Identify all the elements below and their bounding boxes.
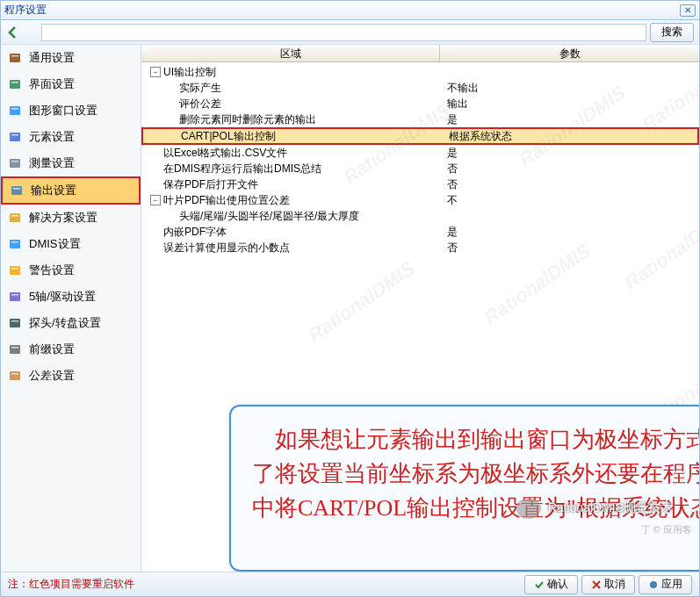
check-icon — [534, 579, 545, 590]
column-param: 参数 — [440, 45, 699, 61]
svg-rect-19 — [11, 294, 18, 296]
sidebar-item[interactable]: 界面设置 — [1, 71, 141, 97]
apply-icon — [648, 579, 659, 590]
tree-value: 否 — [440, 177, 699, 192]
sidebar-item-label: DMIS设置 — [29, 236, 81, 252]
sidebar-icon — [8, 211, 22, 225]
svg-rect-8 — [10, 159, 20, 168]
footer-note: 注：红色项目需要重启软件 — [8, 577, 521, 592]
sidebar-item[interactable]: 测量设置 — [1, 150, 141, 176]
svg-rect-12 — [10, 213, 20, 222]
sidebar-icon — [10, 183, 24, 198]
sidebar-item[interactable]: 图形窗口设置 — [1, 97, 141, 124]
table-header: 区域 参数 — [141, 45, 699, 62]
window-title: 程序设置 — [4, 3, 680, 18]
settings-dialog: 程序设置 ✕ 搜索 通用设置界面设置图形窗口设置元素设置测量设置输出设置解决方案… — [0, 0, 700, 597]
sidebar-item-label: 测量设置 — [29, 155, 75, 171]
tree-row[interactable]: 在DMIS程序运行后输出DMIS总结否 — [141, 161, 699, 176]
search-input[interactable] — [41, 24, 646, 41]
x-icon — [591, 579, 602, 590]
tree-row[interactable]: 保存PDF后打开文件否 — [141, 176, 699, 192]
sidebar-icon — [8, 156, 22, 170]
sidebar-item[interactable]: 元素设置 — [1, 124, 141, 150]
svg-rect-22 — [10, 345, 20, 354]
close-button[interactable]: ✕ — [680, 4, 696, 17]
sidebar-item-label: 探头/转盘设置 — [29, 315, 101, 331]
svg-rect-25 — [11, 373, 18, 375]
sidebar-item-label: 前缀设置 — [29, 342, 75, 357]
svg-rect-0 — [10, 54, 20, 62]
sidebar-item[interactable]: 输出设置 — [1, 176, 141, 205]
tree-value: 是 — [440, 225, 699, 240]
sidebar-icon — [8, 316, 22, 330]
content-panel: 区域 参数 RationalDMIS RationalDMIS Rational… — [141, 45, 699, 572]
sidebar-item[interactable]: 探头/转盘设置 — [1, 310, 141, 336]
sidebar-icon — [8, 342, 22, 356]
cancel-button[interactable]: 取消 — [581, 575, 635, 594]
svg-rect-5 — [11, 108, 18, 110]
svg-rect-11 — [13, 188, 20, 190]
tree-row[interactable]: −UI输出控制 — [141, 64, 699, 80]
column-region: 区域 — [141, 45, 440, 61]
sidebar-icon — [8, 237, 22, 251]
back-icon[interactable] — [6, 25, 20, 40]
sidebar-item[interactable]: 前缀设置 — [1, 336, 141, 363]
sidebar-item-label: 解决方案设置 — [29, 210, 97, 226]
svg-rect-7 — [11, 134, 18, 136]
svg-rect-20 — [10, 319, 20, 327]
tree-value: 根据系统状态 — [442, 129, 697, 144]
tree-label: 头端/尾端/头圆半径/尾圆半径/最大厚度 — [141, 209, 440, 224]
svg-rect-1 — [11, 55, 18, 57]
tree-row[interactable]: 删除元素同时删除元素的输出是 — [141, 111, 699, 127]
sidebar-item[interactable]: 公差设置 — [1, 363, 141, 389]
svg-rect-3 — [11, 82, 18, 83]
sidebar-item[interactable]: DMIS设置 — [1, 231, 141, 257]
tree-row[interactable]: 头端/尾端/头圆半径/尾圆半径/最大厚度 — [141, 208, 699, 224]
svg-rect-13 — [11, 215, 18, 217]
sidebar-icon — [8, 290, 22, 304]
tree-value: 不 — [440, 193, 699, 208]
svg-rect-14 — [10, 240, 20, 248]
tree-label: 内嵌PDF字体 — [141, 225, 440, 240]
sidebar-item-label: 通用设置 — [29, 50, 75, 66]
tree-label: 实际产生 — [141, 81, 440, 96]
svg-rect-15 — [11, 241, 18, 243]
sidebar-icon — [8, 77, 22, 91]
sidebar-item[interactable]: 警告设置 — [1, 257, 141, 284]
apply-button[interactable]: 应用 — [639, 575, 692, 594]
tree-value: 输出 — [440, 97, 699, 111]
svg-rect-17 — [11, 268, 18, 270]
expander-icon[interactable]: − — [150, 195, 161, 205]
expander-icon[interactable]: − — [150, 67, 161, 77]
tree-value: 否 — [440, 162, 699, 176]
sidebar-icon — [8, 51, 22, 65]
sidebar-icon — [8, 263, 22, 277]
tree-row[interactable]: CART|POL输出控制根据系统状态 — [141, 127, 699, 145]
ok-button[interactable]: 确认 — [524, 575, 578, 594]
toolbar: 搜索 — [1, 20, 699, 45]
sidebar-item-label: 图形窗口设置 — [29, 103, 97, 119]
tree-value: 否 — [440, 241, 699, 255]
tree-label: 评价公差 — [141, 97, 440, 111]
tree-row[interactable]: 以Excel格式输出.CSV文件是 — [141, 145, 699, 161]
tree-value: 是 — [440, 112, 699, 127]
tree-row[interactable]: −叶片PDF输出使用位置公差不 — [141, 192, 699, 208]
sidebar-icon — [8, 104, 22, 118]
tree-row[interactable]: 实际产生不输出 — [141, 80, 699, 96]
search-button[interactable]: 搜索 — [650, 23, 694, 42]
tree-row[interactable]: 评价公差输出 — [141, 96, 699, 111]
tree-label: −UI输出控制 — [141, 65, 440, 80]
extra-credit: 丁 © 应用客 — [641, 523, 692, 536]
footer: 注：红色项目需要重启软件 确认 取消 应用 — [1, 572, 699, 596]
tree-label: CART|POL输出控制 — [143, 129, 442, 144]
sidebar-icon — [8, 369, 22, 383]
sidebar-item[interactable]: 通用设置 — [1, 45, 141, 71]
svg-rect-10 — [11, 186, 22, 195]
tree-row[interactable]: 误差计算使用显示的小数点否 — [141, 240, 699, 255]
titlebar: 程序设置 ✕ — [1, 1, 699, 20]
tree-label: 以Excel格式输出.CSV文件 — [141, 146, 440, 161]
sidebar-item[interactable]: 解决方案设置 — [1, 205, 141, 231]
sidebar-item[interactable]: 5轴/驱动设置 — [1, 284, 141, 310]
tree-value: 是 — [440, 146, 699, 161]
tree-row[interactable]: 内嵌PDF字体是 — [141, 224, 699, 240]
